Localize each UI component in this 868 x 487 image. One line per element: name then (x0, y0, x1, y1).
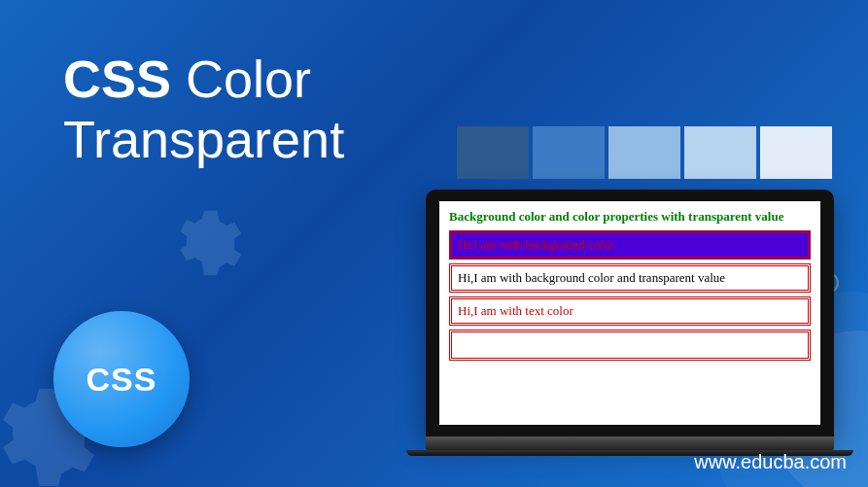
swatch (533, 126, 605, 179)
page-title: CSS Color Transparent (63, 49, 344, 169)
badge-label: CSS (87, 361, 157, 399)
css-badge: CSS (53, 311, 190, 447)
footer-url: www.educba.com (694, 451, 847, 473)
demo-row: Hi,I am with background color and transp… (449, 263, 811, 293)
laptop-screen: Background color and color properties wi… (439, 201, 820, 425)
swatch (760, 126, 832, 179)
demo-row (449, 330, 811, 361)
title-rest: Color (171, 50, 311, 108)
swatch (684, 126, 756, 179)
color-swatches (457, 126, 832, 179)
laptop-bezel: Background color and color properties wi… (426, 190, 834, 436)
title-bold: CSS (63, 50, 171, 108)
demo-row: Hi,I am with background color (449, 230, 811, 260)
swatch (608, 126, 680, 179)
laptop-illustration: Background color and color properties wi… (426, 190, 834, 456)
title-line2: Transparent (63, 109, 344, 169)
laptop-base (426, 436, 834, 450)
demo-row: Hi,I am with text color (449, 296, 811, 326)
demo-heading: Background color and color properties wi… (449, 209, 811, 225)
gear-icon (165, 204, 243, 282)
swatch (457, 126, 529, 179)
